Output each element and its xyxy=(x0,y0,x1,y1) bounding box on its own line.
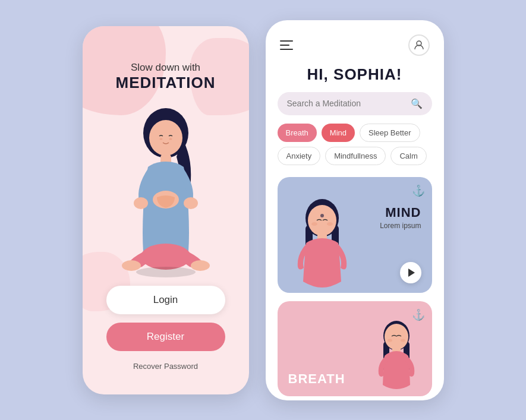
bookmark-icon-breath: ⚓ xyxy=(412,308,425,321)
login-button[interactable]: Login xyxy=(106,286,225,314)
svg-point-5 xyxy=(134,197,148,209)
user-avatar-button[interactable] xyxy=(408,34,430,56)
shadow xyxy=(136,267,196,277)
right-header xyxy=(266,20,444,61)
svg-point-16 xyxy=(308,205,336,236)
tag-breath[interactable]: Breath xyxy=(278,124,317,142)
left-buttons: Login Register Recover Password xyxy=(83,286,249,371)
svg-point-8 xyxy=(141,244,191,270)
left-phone: Slow down with MEDITATION xyxy=(83,26,249,394)
card-mind-title: MIND xyxy=(380,205,421,220)
tag-mind[interactable]: Mind xyxy=(322,124,355,142)
cards-scroll: ⚓ xyxy=(266,171,444,400)
register-button[interactable]: Register xyxy=(106,323,225,351)
card-mind[interactable]: ⚓ xyxy=(278,177,432,293)
svg-point-25 xyxy=(388,339,392,342)
phones-container: Slow down with MEDITATION xyxy=(83,20,444,400)
svg-point-6 xyxy=(184,197,198,209)
tags-row-1: Breath Mind Sleep Better xyxy=(266,124,444,142)
hamburger-line-1 xyxy=(280,40,293,42)
svg-point-4 xyxy=(169,138,172,140)
tag-mindfulness[interactable]: Mindfullness xyxy=(325,147,386,165)
card-mind-figure xyxy=(284,195,361,293)
svg-point-9 xyxy=(122,260,141,271)
top-text: Slow down with MEDITATION xyxy=(83,62,249,92)
svg-point-10 xyxy=(191,260,210,271)
card-mind-subtitle: Lorem ipsum xyxy=(380,222,421,230)
svg-point-17 xyxy=(320,214,324,217)
bookmark-icon-mind: ⚓ xyxy=(412,184,425,197)
svg-point-24 xyxy=(385,324,408,350)
search-input[interactable] xyxy=(287,99,411,108)
svg-point-19 xyxy=(327,222,333,226)
app-title: MEDITATION xyxy=(83,74,249,92)
recover-password-link[interactable]: Recover Password xyxy=(133,362,198,371)
search-bar[interactable]: 🔍 xyxy=(278,92,432,115)
card-breath[interactable]: ⚓ BREATH xyxy=(278,301,432,396)
right-phone: HI, SOPHIA! 🔍 Breath Mind Sleep Better A… xyxy=(266,20,444,400)
card-breath-title: BREATH xyxy=(288,371,345,387)
tag-calm[interactable]: Calm xyxy=(390,147,426,165)
svg-point-2 xyxy=(149,120,182,156)
greeting-text: HI, SOPHIA! xyxy=(266,61,444,92)
card-breath-figure xyxy=(367,317,426,396)
tag-sleep-better[interactable]: Sleep Better xyxy=(360,124,420,142)
tagline: Slow down with xyxy=(83,62,249,74)
play-button-mind[interactable] xyxy=(400,262,421,283)
svg-point-18 xyxy=(311,222,317,226)
svg-point-3 xyxy=(159,138,162,140)
search-icon[interactable]: 🔍 xyxy=(411,98,423,109)
card-mind-text: MIND Lorem ipsum xyxy=(380,205,421,230)
hamburger-menu[interactable] xyxy=(280,40,293,50)
meditation-illustration xyxy=(106,91,225,277)
hamburger-line-2 xyxy=(280,45,289,46)
hamburger-line-3 xyxy=(280,49,293,50)
svg-point-26 xyxy=(401,339,405,342)
card-breath-text: BREATH xyxy=(288,371,345,387)
tag-anxiety[interactable]: Anxiety xyxy=(278,147,321,165)
tags-row-2: Anxiety Mindfullness Calm xyxy=(266,147,444,165)
